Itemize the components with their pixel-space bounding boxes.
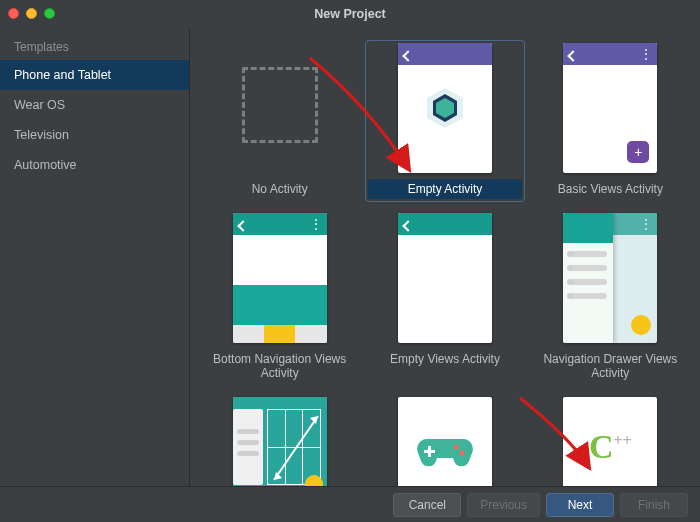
template-preview (398, 213, 492, 343)
finish-button[interactable]: Finish (620, 493, 688, 517)
back-arrow-icon (239, 219, 249, 229)
previous-button[interactable]: Previous (467, 493, 540, 517)
template-label: Basic Views Activity (534, 179, 687, 199)
window-title: New Project (0, 7, 700, 21)
template-preview: ⋮ (563, 213, 657, 343)
sidebar-item-label: Television (14, 128, 69, 142)
template-label: Bottom Navigation Views Activity (203, 349, 356, 383)
back-arrow-icon (404, 219, 414, 229)
svg-point-8 (453, 445, 458, 450)
template-native-cpp[interactable]: C++ (531, 394, 690, 486)
template-preview (398, 43, 492, 173)
template-label: Empty Activity (368, 179, 521, 199)
window-controls (8, 8, 55, 19)
overflow-menu-icon: ⋮ (310, 218, 321, 230)
zoom-window-icon[interactable] (44, 8, 55, 19)
cpp-icon: C++ (589, 428, 632, 466)
bottom-nav (233, 325, 327, 343)
sidebar-item-automotive[interactable]: Automotive (0, 150, 189, 180)
template-preview: C++ (563, 397, 657, 486)
titlebar: New Project (0, 0, 700, 28)
sidebar-item-label: Wear OS (14, 98, 65, 112)
sidebar-item-phone-tablet[interactable]: Phone and Tablet (0, 60, 189, 90)
sidebar: Templates Phone and Tablet Wear OS Telev… (0, 28, 190, 486)
svg-point-9 (459, 451, 464, 456)
templates-pane: No Activity Empty Activity (190, 28, 700, 486)
sidebar-item-label: Phone and Tablet (14, 68, 111, 82)
template-preview (233, 43, 327, 173)
template-responsive-views-activity[interactable] (200, 394, 359, 486)
template-label: No Activity (203, 179, 356, 199)
template-preview: ⋮ + (563, 43, 657, 173)
nav-drawer (563, 213, 613, 343)
next-button[interactable]: Next (546, 493, 614, 517)
dashed-box-icon (242, 67, 318, 143)
appbar: ⋮ (563, 43, 657, 65)
cancel-button[interactable]: Cancel (393, 493, 461, 517)
back-arrow-icon (569, 49, 579, 59)
template-empty-views-activity[interactable]: Empty Views Activity (365, 210, 524, 386)
fab-icon (631, 315, 651, 335)
template-bottom-navigation-views-activity[interactable]: ⋮ Bottom Navigation Views Activity (200, 210, 359, 386)
close-window-icon[interactable] (8, 8, 19, 19)
svg-rect-7 (424, 450, 435, 453)
appbar (398, 43, 492, 65)
template-navigation-drawer-views-activity[interactable]: ⋮ Navigation Drawer Views Activity (531, 210, 690, 386)
sidebar-item-television[interactable]: Television (0, 120, 189, 150)
sidebar-item-wear-os[interactable]: Wear OS (0, 90, 189, 120)
resize-arrow-icon (268, 410, 320, 484)
template-basic-views-activity[interactable]: ⋮ + Basic Views Activity (531, 40, 690, 202)
template-no-activity[interactable]: No Activity (200, 40, 359, 202)
back-arrow-icon (404, 49, 414, 59)
template-preview (398, 397, 492, 486)
appbar (398, 213, 492, 235)
template-label: Empty Views Activity (368, 349, 521, 369)
fab-add-icon: + (627, 141, 649, 163)
overflow-menu-icon: ⋮ (640, 48, 651, 60)
content-area (233, 285, 327, 325)
appbar: ⋮ (233, 213, 327, 235)
responsive-grid-illustration (233, 397, 327, 486)
template-label: Navigation Drawer Views Activity (534, 349, 687, 383)
gamepad-icon (416, 431, 474, 471)
template-game-activity[interactable] (365, 394, 524, 486)
template-preview: ⋮ (233, 213, 327, 343)
dialog-footer: Cancel Previous Next Finish (0, 486, 700, 522)
templates-grid: No Activity Empty Activity (200, 40, 690, 486)
template-empty-activity[interactable]: Empty Activity (365, 40, 524, 202)
svg-line-3 (274, 416, 318, 480)
template-preview (233, 397, 327, 486)
sidebar-item-label: Automotive (14, 158, 77, 172)
sidebar-header: Templates (0, 34, 189, 60)
overflow-menu-icon: ⋮ (640, 218, 651, 230)
dialog-body: Templates Phone and Tablet Wear OS Telev… (0, 28, 700, 486)
fab-icon (305, 475, 323, 486)
minimize-window-icon[interactable] (26, 8, 37, 19)
jetpack-compose-icon (423, 86, 467, 130)
